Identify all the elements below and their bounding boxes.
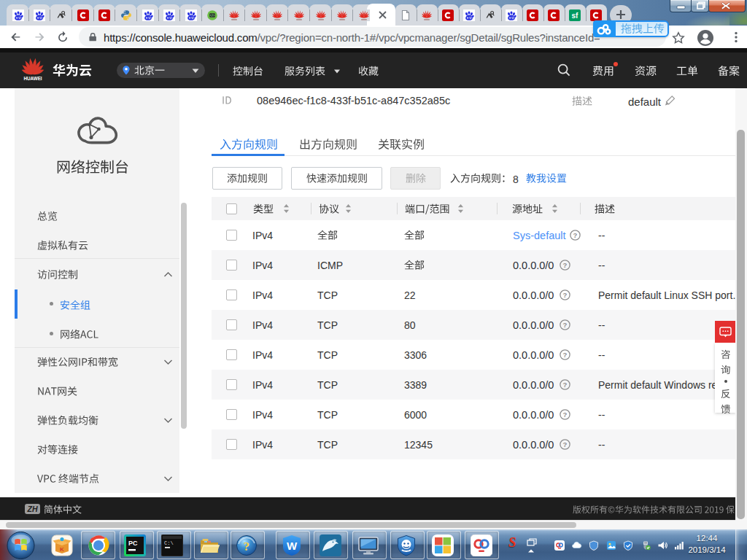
svg-text:sf: sf xyxy=(572,12,579,20)
svg-text:?: ? xyxy=(562,440,567,448)
svg-text:PC: PC xyxy=(128,540,138,547)
svg-text:HUAWEI: HUAWEI xyxy=(23,76,42,81)
svg-text:?: ? xyxy=(562,321,567,329)
svg-text:W: W xyxy=(287,540,298,552)
svg-text:?: ? xyxy=(562,261,567,269)
svg-text:?: ? xyxy=(562,291,567,299)
svg-text:?: ? xyxy=(243,540,249,553)
svg-text:?: ? xyxy=(562,411,567,419)
svg-text:K: K xyxy=(60,546,64,553)
svg-text:C:\: C:\ xyxy=(164,540,174,546)
svg-text:?: ? xyxy=(562,351,567,359)
svg-text:?: ? xyxy=(573,231,577,239)
svg-text:?: ? xyxy=(562,381,567,389)
